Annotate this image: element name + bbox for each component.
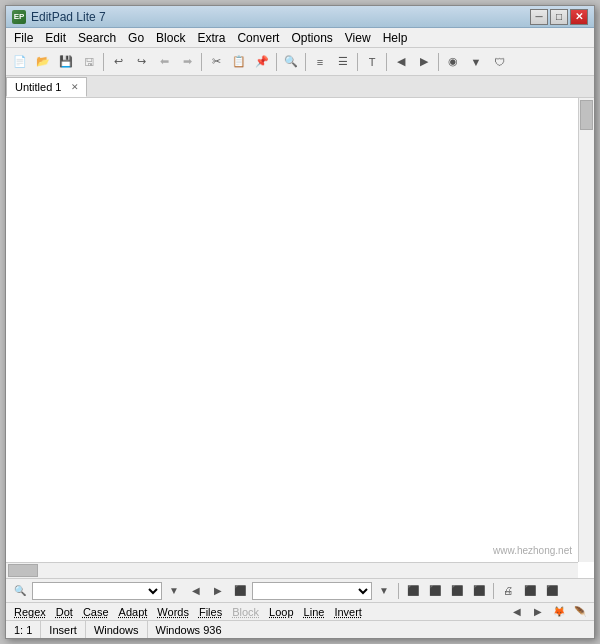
- left-button[interactable]: ◀: [390, 51, 412, 73]
- search-right-button[interactable]: ▶: [208, 582, 228, 600]
- vertical-scrollbar-thumb[interactable]: [580, 100, 593, 130]
- search-dropdown[interactable]: [32, 582, 162, 600]
- menu-edit[interactable]: Edit: [39, 29, 72, 47]
- main-toolbar: 📄 📂 💾 🖫 ↩ ↪ ⬅ ➡ ✂ 📋 📌 🔍 ≡ ☰ T ◀ ▶ ◉ ▼ 🛡: [6, 48, 594, 76]
- replace-dropdown[interactable]: [252, 582, 372, 600]
- status-codepage: Windows 936: [148, 621, 595, 638]
- maximize-button[interactable]: □: [550, 9, 568, 25]
- regex-regex[interactable]: Regex: [10, 606, 50, 618]
- app-icon: EP: [12, 10, 26, 24]
- search-left-button[interactable]: ◀: [186, 582, 206, 600]
- extra-btn2[interactable]: ⬛: [542, 582, 562, 600]
- bottom-sep1: [398, 583, 399, 599]
- close-button[interactable]: ✕: [570, 9, 588, 25]
- feather-icon[interactable]: 🪶: [570, 603, 590, 621]
- regex-loop[interactable]: Loop: [265, 606, 297, 618]
- status-encoding: Windows: [86, 621, 148, 638]
- replace-btn3[interactable]: ⬛: [447, 582, 467, 600]
- horizontal-scrollbar[interactable]: [6, 562, 578, 578]
- menu-extra[interactable]: Extra: [191, 29, 231, 47]
- dropdown-arrow2[interactable]: ▼: [374, 582, 394, 600]
- replace-btn2[interactable]: ⬛: [425, 582, 445, 600]
- menu-search[interactable]: Search: [72, 29, 122, 47]
- horizontal-scrollbar-thumb[interactable]: [8, 564, 38, 577]
- menu-convert[interactable]: Convert: [231, 29, 285, 47]
- main-window: EP EditPad Lite 7 ─ □ ✕ File Edit Search…: [5, 5, 595, 639]
- watermark: www.hezhong.net: [493, 545, 572, 556]
- print-button[interactable]: 🖨: [498, 582, 518, 600]
- title-bar-buttons: ─ □ ✕: [530, 9, 588, 25]
- title-bar: EP EditPad Lite 7 ─ □ ✕: [6, 6, 594, 28]
- regex-btn1[interactable]: ◀: [507, 603, 527, 621]
- copy-button[interactable]: 📋: [228, 51, 250, 73]
- regex-adapt[interactable]: Adapt: [115, 606, 152, 618]
- search-all-button[interactable]: ⬛: [230, 582, 250, 600]
- status-position: 1: 1: [6, 621, 41, 638]
- redo2-button[interactable]: ➡: [176, 51, 198, 73]
- replace-btn1[interactable]: ⬛: [403, 582, 423, 600]
- menu-help[interactable]: Help: [377, 29, 414, 47]
- format2-button[interactable]: ☰: [332, 51, 354, 73]
- menu-file[interactable]: File: [8, 29, 39, 47]
- sep7: [438, 53, 439, 71]
- regex-btn2[interactable]: ▶: [528, 603, 548, 621]
- right-button[interactable]: ▶: [413, 51, 435, 73]
- menu-view[interactable]: View: [339, 29, 377, 47]
- sep1: [103, 53, 104, 71]
- undo2-button[interactable]: ⬅: [153, 51, 175, 73]
- tab-untitled1[interactable]: Untitled 1 ✕: [6, 77, 87, 97]
- regex-bar: Regex Dot Case Adapt Words Files Block L…: [6, 602, 594, 620]
- new-button[interactable]: 📄: [9, 51, 31, 73]
- regex-block[interactable]: Block: [228, 606, 263, 618]
- editor-area[interactable]: www.hezhong.net: [6, 98, 594, 578]
- tab-label: Untitled 1: [15, 81, 61, 93]
- regex-invert[interactable]: Invert: [330, 606, 366, 618]
- extra1-button[interactable]: ◉: [442, 51, 464, 73]
- paste-button[interactable]: 📌: [251, 51, 273, 73]
- replace-btn4[interactable]: ⬛: [469, 582, 489, 600]
- extra2-button[interactable]: ▼: [465, 51, 487, 73]
- sep4: [305, 53, 306, 71]
- undo-button[interactable]: ↩: [107, 51, 129, 73]
- search-prev-button[interactable]: 🔍: [10, 582, 30, 600]
- regex-case[interactable]: Case: [79, 606, 113, 618]
- dropdown-arrow1[interactable]: ▼: [164, 582, 184, 600]
- status-mode: Insert: [41, 621, 86, 638]
- sep3: [276, 53, 277, 71]
- regex-dot[interactable]: Dot: [52, 606, 77, 618]
- save-all-button[interactable]: 🖫: [78, 51, 100, 73]
- find-button[interactable]: 🔍: [280, 51, 302, 73]
- title-bar-text: EditPad Lite 7: [31, 10, 106, 24]
- sep6: [386, 53, 387, 71]
- minimize-button[interactable]: ─: [530, 9, 548, 25]
- menu-bar: File Edit Search Go Block Extra Convert …: [6, 28, 594, 48]
- cut-button[interactable]: ✂: [205, 51, 227, 73]
- sep2: [201, 53, 202, 71]
- save-button[interactable]: 💾: [55, 51, 77, 73]
- tab-bar: Untitled 1 ✕: [6, 76, 594, 98]
- open-button[interactable]: 📂: [32, 51, 54, 73]
- menu-go[interactable]: Go: [122, 29, 150, 47]
- redo-button[interactable]: ↪: [130, 51, 152, 73]
- regex-words[interactable]: Words: [153, 606, 193, 618]
- menu-options[interactable]: Options: [285, 29, 338, 47]
- sep5: [357, 53, 358, 71]
- extra-btn1[interactable]: ⬛: [520, 582, 540, 600]
- format3-button[interactable]: T: [361, 51, 383, 73]
- tab-close-button[interactable]: ✕: [68, 80, 82, 94]
- extra3-button[interactable]: 🛡: [488, 51, 510, 73]
- bottom-sep2: [493, 583, 494, 599]
- menu-block[interactable]: Block: [150, 29, 191, 47]
- status-bar: 1: 1 Insert Windows Windows 936: [6, 620, 594, 638]
- format1-button[interactable]: ≡: [309, 51, 331, 73]
- title-bar-left: EP EditPad Lite 7: [12, 10, 106, 24]
- regex-files[interactable]: Files: [195, 606, 226, 618]
- regex-line[interactable]: Line: [300, 606, 329, 618]
- fox-icon[interactable]: 🦊: [549, 603, 569, 621]
- vertical-scrollbar[interactable]: [578, 98, 594, 562]
- bottom-toolbar: 🔍 ▼ ◀ ▶ ⬛ ▼ ⬛ ⬛ ⬛ ⬛ 🖨 ⬛ ⬛: [6, 578, 594, 602]
